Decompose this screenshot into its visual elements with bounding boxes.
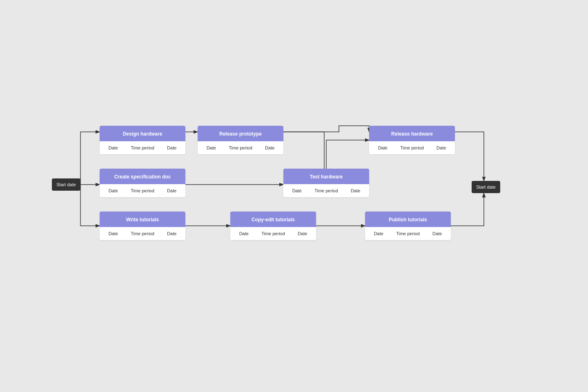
task-card-release-hardware[interactable]: Release hardware Date Time period Date (369, 126, 455, 154)
task-card-copy-edit-tutorials[interactable]: Copy-edit tutorials Date Time period Dat… (230, 212, 316, 240)
task-body-release-hardware: Date Time period Date (369, 141, 455, 154)
task-card-release-prototype[interactable]: Release prototype Date Time period Date (198, 126, 283, 154)
start-node-right[interactable]: Start date (472, 181, 500, 193)
canvas: Start date Start date Design hardware Da… (0, 0, 588, 392)
task-card-write-tutorials[interactable]: Write tutorials Date Time period Date (100, 212, 185, 240)
task-body-design-hardware: Date Time period Date (100, 141, 185, 154)
task-header-copy-edit-tutorials: Copy-edit tutorials (230, 212, 316, 227)
task-header-release-prototype: Release prototype (198, 126, 283, 141)
task-header-test-hardware: Test hardware (283, 169, 369, 184)
task-header-write-tutorials: Write tutorials (100, 212, 185, 227)
start-node-left[interactable]: Start date (52, 178, 80, 191)
task-card-create-spec-doc[interactable]: Create specification doc Date Time perio… (100, 169, 185, 197)
task-header-publish-tutorials: Publish tutorials (365, 212, 451, 227)
task-body-release-prototype: Date Time period Date (198, 141, 283, 154)
task-card-publish-tutorials[interactable]: Publish tutorials Date Time period Date (365, 212, 451, 240)
task-body-test-hardware: Date Time period Date (283, 184, 369, 197)
task-body-publish-tutorials: Date Time period Date (365, 227, 451, 240)
task-body-create-spec-doc: Date Time period Date (100, 184, 185, 197)
task-body-write-tutorials: Date Time period Date (100, 227, 185, 240)
task-header-design-hardware: Design hardware (100, 126, 185, 141)
task-header-release-hardware: Release hardware (369, 126, 455, 141)
task-header-create-spec-doc: Create specification doc (100, 169, 185, 184)
task-body-copy-edit-tutorials: Date Time period Date (230, 227, 316, 240)
task-card-design-hardware[interactable]: Design hardware Date Time period Date (100, 126, 185, 154)
task-card-test-hardware[interactable]: Test hardware Date Time period Date (283, 169, 369, 197)
